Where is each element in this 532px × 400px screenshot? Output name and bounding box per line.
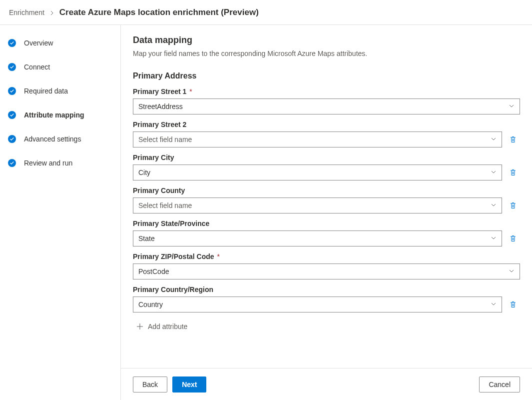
step-label: Connect bbox=[24, 63, 50, 71]
trash-icon bbox=[509, 234, 517, 242]
trash-icon bbox=[509, 168, 517, 176]
page-title: Data mapping bbox=[133, 35, 520, 46]
page-description: Map your field names to the correspondin… bbox=[133, 50, 520, 58]
label-primary-city: Primary City bbox=[133, 154, 520, 162]
breadcrumb: Enrichment Create Azure Maps location en… bbox=[0, 0, 532, 25]
label-primary-state-province: Primary State/Province bbox=[133, 220, 520, 228]
delete-street-2-button[interactable] bbox=[506, 132, 520, 146]
check-icon bbox=[8, 39, 16, 47]
step-review-and-run[interactable]: Review and run bbox=[0, 159, 120, 167]
cancel-button[interactable]: Cancel bbox=[479, 376, 520, 392]
label-primary-zip: Primary ZIP/Postal Code * bbox=[133, 252, 520, 260]
select-value: Select field name bbox=[138, 136, 192, 144]
step-label: Review and run bbox=[24, 159, 72, 167]
select-value: PostCode bbox=[138, 268, 169, 276]
step-required-data[interactable]: Required data bbox=[0, 87, 120, 95]
wizard-steps: Overview Connect Required data Attribute… bbox=[0, 25, 121, 400]
wizard-footer: Back Next Cancel bbox=[121, 368, 532, 400]
select-primary-street-1[interactable]: StreetAddress bbox=[133, 98, 520, 114]
step-label: Advanced settings bbox=[24, 135, 81, 143]
select-value: Select field name bbox=[138, 202, 192, 210]
step-advanced-settings[interactable]: Advanced settings bbox=[0, 135, 120, 143]
check-icon bbox=[8, 159, 16, 167]
chevron-down-icon bbox=[491, 300, 497, 308]
step-label: Overview bbox=[24, 39, 53, 47]
section-primary-address: Primary Address bbox=[133, 72, 520, 80]
chevron-down-icon bbox=[491, 234, 497, 242]
label-primary-county: Primary County bbox=[133, 186, 520, 194]
chevron-down-icon bbox=[491, 168, 497, 176]
delete-state-button[interactable] bbox=[506, 232, 520, 246]
trash-icon bbox=[509, 300, 517, 308]
select-primary-county[interactable]: Select field name bbox=[133, 198, 502, 214]
step-attribute-mapping[interactable]: Attribute mapping bbox=[0, 111, 120, 119]
plus-icon bbox=[136, 322, 144, 330]
required-indicator: * bbox=[189, 88, 192, 96]
label-primary-country: Primary Country/Region bbox=[133, 286, 520, 294]
chevron-right-icon bbox=[49, 8, 54, 16]
chevron-down-icon bbox=[509, 102, 515, 110]
select-value: City bbox=[138, 168, 150, 176]
back-button[interactable]: Back bbox=[133, 376, 167, 392]
select-value: StreetAddress bbox=[138, 102, 183, 110]
add-attribute-button[interactable]: Add attribute bbox=[133, 318, 190, 334]
select-primary-state-province[interactable]: State bbox=[133, 230, 502, 246]
trash-icon bbox=[509, 136, 517, 144]
step-connect[interactable]: Connect bbox=[0, 63, 120, 71]
required-indicator: * bbox=[217, 252, 220, 260]
check-icon bbox=[8, 87, 16, 95]
delete-city-button[interactable] bbox=[506, 166, 520, 180]
chevron-down-icon bbox=[509, 268, 515, 276]
label-primary-street-1: Primary Street 1 * bbox=[133, 88, 520, 96]
step-label: Required data bbox=[24, 87, 68, 95]
select-primary-city[interactable]: City bbox=[133, 164, 502, 180]
check-icon bbox=[8, 111, 16, 119]
label-primary-street-2: Primary Street 2 bbox=[133, 120, 520, 128]
breadcrumb-root[interactable]: Enrichment bbox=[9, 8, 44, 16]
select-primary-street-2[interactable]: Select field name bbox=[133, 132, 502, 148]
next-button[interactable]: Next bbox=[172, 376, 206, 392]
breadcrumb-current: Create Azure Maps location enrichment (P… bbox=[59, 8, 259, 18]
select-value: State bbox=[138, 234, 155, 242]
check-icon bbox=[8, 63, 16, 71]
delete-county-button[interactable] bbox=[506, 198, 520, 212]
trash-icon bbox=[509, 202, 517, 210]
check-icon bbox=[8, 135, 16, 143]
chevron-down-icon bbox=[491, 136, 497, 144]
select-value: Country bbox=[138, 300, 163, 308]
step-label: Attribute mapping bbox=[24, 111, 84, 119]
chevron-down-icon bbox=[491, 202, 497, 210]
step-overview[interactable]: Overview bbox=[0, 39, 120, 47]
add-attribute-label: Add attribute bbox=[148, 322, 187, 330]
delete-country-button[interactable] bbox=[506, 298, 520, 312]
select-primary-country[interactable]: Country bbox=[133, 296, 502, 312]
select-primary-zip[interactable]: PostCode bbox=[133, 264, 520, 280]
